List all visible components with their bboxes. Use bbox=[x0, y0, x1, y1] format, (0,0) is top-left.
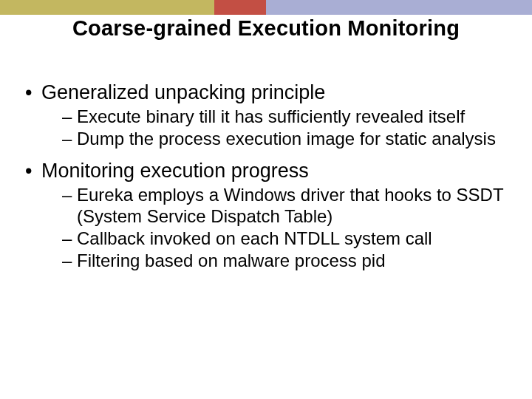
slide-title: Coarse-grained Execution Monitoring bbox=[0, 16, 532, 41]
bullet-1-text: Generalized unpacking principle bbox=[41, 81, 325, 103]
top-bar-blue bbox=[266, 0, 532, 15]
bullet-2: Monitoring execution progress Eureka emp… bbox=[25, 160, 513, 271]
bullet-1-sub-2: Dump the process execution image for sta… bbox=[62, 129, 513, 149]
top-bar-olive bbox=[0, 0, 214, 15]
top-bar-red bbox=[214, 0, 266, 15]
bullet-2-text: Monitoring execution progress bbox=[41, 160, 309, 182]
bullet-2-sub-2: Callback invoked on each NTDLL system ca… bbox=[62, 228, 513, 249]
bullet-1-sub-1: Execute binary till it has sufficiently … bbox=[62, 106, 513, 127]
slide-body: Generalized unpacking principle Execute … bbox=[25, 81, 513, 282]
top-color-bar bbox=[0, 0, 532, 15]
bullet-1: Generalized unpacking principle Execute … bbox=[25, 81, 513, 149]
bullet-2-sub-3: Filtering based on malware process pid bbox=[62, 250, 513, 271]
slide: Coarse-grained Execution Monitoring Gene… bbox=[0, 0, 532, 399]
bullet-2-sub-1: Eureka employs a Windows driver that hoo… bbox=[62, 185, 513, 227]
